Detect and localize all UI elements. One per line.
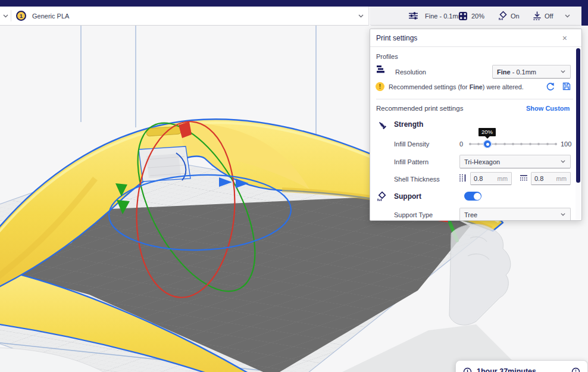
- infill-density-label: Infill Density: [394, 140, 429, 148]
- strength-screw-icon: [377, 120, 387, 132]
- show-custom-link[interactable]: Show Custom: [526, 105, 570, 112]
- warning-icon: !: [376, 82, 384, 91]
- print-settings-summary[interactable]: Fine - 0.1mm 20% On Off: [370, 7, 581, 26]
- chevron-down-icon: [560, 158, 566, 165]
- slider-handle[interactable]: [483, 140, 492, 148]
- save-profile-icon[interactable]: [562, 82, 571, 93]
- shell-thickness-label: Shell Thickness: [394, 176, 440, 183]
- clock-icon: [463, 367, 472, 372]
- recommended-heading: Recommended print settings: [376, 105, 463, 112]
- divider: [376, 99, 573, 99]
- summary-chevron-icon[interactable]: [564, 7, 571, 25]
- adhesion-summary-label: Off: [545, 12, 553, 20]
- print-time-estimate: 1hour 37minutes: [477, 367, 536, 372]
- profiles-heading: Profiles: [376, 53, 398, 60]
- resolution-label: Resolution: [395, 68, 426, 76]
- header-corner: [581, 0, 588, 26]
- infill-summary-label: 20%: [471, 12, 484, 20]
- infill-icon: [458, 7, 468, 25]
- top-bottom-thickness-unit: mm: [556, 175, 567, 182]
- panel-title: Print settings: [376, 34, 417, 42]
- support-type-label: Support Type: [394, 211, 433, 218]
- support-summary-label: On: [511, 12, 520, 20]
- top-bottom-thickness-icon: [519, 173, 528, 185]
- strength-title: Strength: [394, 120, 423, 129]
- infill-pattern-dropdown[interactable]: Tri-Hexagon: [459, 155, 571, 168]
- profile-sliders-icon: [408, 7, 418, 25]
- slider-min-label: 0: [459, 140, 463, 148]
- slider-ticks: [469, 143, 557, 145]
- title-bar: [0, 0, 588, 7]
- preview-info-icon[interactable]: [571, 367, 580, 372]
- wall-thickness-input[interactable]: [474, 173, 496, 184]
- top-bottom-thickness-field[interactable]: mm: [531, 172, 571, 185]
- top-bottom-thickness-input[interactable]: [534, 173, 557, 184]
- job-info-panel[interactable]: 1hour 37minutes: [455, 360, 588, 372]
- warning-text: Recommended settings (for Fine) were alt…: [389, 83, 524, 90]
- wall-thickness-field[interactable]: mm: [470, 172, 512, 185]
- close-icon[interactable]: ×: [562, 34, 567, 42]
- resolution-dropdown[interactable]: Fine - 0.1mm: [492, 65, 571, 79]
- support-type-dropdown[interactable]: Tree: [459, 208, 571, 221]
- divider: [11, 10, 11, 21]
- chevron-down-icon: [560, 68, 566, 76]
- slider-max-label: 100: [561, 140, 571, 148]
- support-section-icon: [376, 191, 387, 204]
- chevron-down-icon: [560, 211, 566, 218]
- panel-scrollbar-thumb[interactable]: [576, 48, 580, 183]
- infill-pattern-label: Infill Pattern: [394, 158, 429, 165]
- slider-tooltip: 20%: [478, 128, 496, 136]
- support-toggle[interactable]: [464, 192, 481, 201]
- print-settings-panel: Print settings × Profiles Resolution Fin…: [370, 29, 582, 221]
- reset-profile-icon[interactable]: [545, 82, 555, 94]
- adhesion-icon: [532, 7, 542, 25]
- panel-header: Print settings ×: [370, 29, 581, 47]
- material-chevron-icon[interactable]: [358, 7, 364, 25]
- support-title: Support: [394, 192, 421, 201]
- resolution-layers-icon: [376, 64, 387, 77]
- support-icon: [498, 7, 508, 25]
- extruder-badge[interactable]: 1: [16, 11, 26, 21]
- material-selector[interactable]: 1 Generic PLA: [0, 7, 369, 26]
- wall-thickness-icon: [458, 173, 468, 185]
- material-name: Generic PLA: [32, 12, 69, 20]
- printer-chevron-icon[interactable]: [2, 7, 9, 25]
- wall-thickness-unit: mm: [498, 175, 508, 182]
